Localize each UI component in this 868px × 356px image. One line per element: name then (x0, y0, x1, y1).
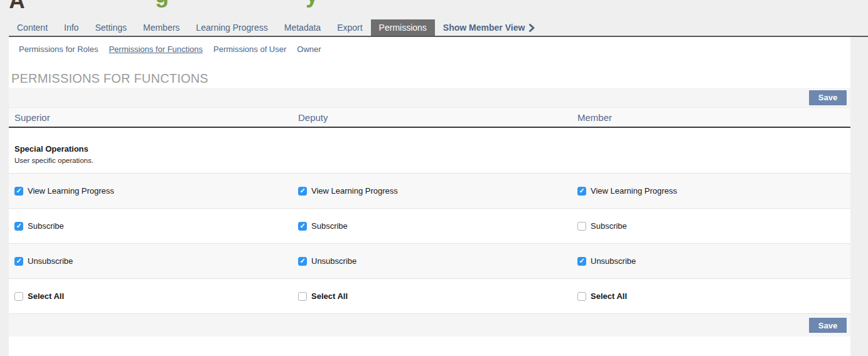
checkbox-view-learning-progress-deputy[interactable] (298, 187, 307, 196)
checkbox-label-view-learning-progress-member: View Learning Progress (591, 186, 677, 196)
subtab-permissions-for-roles[interactable]: Permissions for Roles (19, 45, 98, 54)
cell-unsubscribe-deputy: Unsubscribe (292, 256, 572, 266)
cell-view-learning-progress-superior: View Learning Progress (9, 186, 292, 196)
title-fragment-g: g (155, 0, 169, 6)
tab-bar: ContentInfoSettingsMembersLearning Progr… (9, 19, 868, 37)
save-button-bottom[interactable]: Save (809, 318, 847, 333)
cell-subscribe-deputy: Subscribe (292, 221, 572, 231)
cell-select-all-member: Select All (572, 291, 850, 301)
cell-unsubscribe-member: Unsubscribe (572, 256, 850, 266)
column-header-member: Member (572, 112, 850, 123)
bottom-toolbar: Save (9, 314, 850, 337)
checkbox-label-unsubscribe-deputy: Unsubscribe (311, 256, 356, 266)
checkbox-view-learning-progress-member[interactable] (577, 187, 586, 196)
checkbox-select-all-superior[interactable] (14, 292, 23, 301)
title-fragment-A: A (9, 0, 25, 8)
column-header-superior: Superior (9, 112, 292, 123)
checkbox-unsubscribe-member[interactable] (577, 257, 586, 266)
permission-row-unsubscribe: UnsubscribeUnsubscribeUnsubscribe (9, 244, 850, 279)
tab-permissions[interactable]: Permissions (371, 19, 435, 36)
group-description: User specific operations. (14, 157, 845, 164)
checkbox-label-view-learning-progress-deputy: View Learning Progress (311, 186, 398, 196)
tab-content[interactable]: Content (9, 19, 56, 36)
cell-view-learning-progress-deputy: View Learning Progress (292, 186, 572, 196)
top-toolbar: Save (9, 88, 850, 108)
checkbox-subscribe-member[interactable] (577, 222, 586, 231)
checkbox-label-subscribe-superior: Subscribe (28, 221, 64, 231)
permissions-table: Save Superior Deputy Member Special Oper… (9, 88, 850, 337)
cell-subscribe-superior: Subscribe (9, 221, 292, 231)
permission-row-view-learning-progress: View Learning ProgressView Learning Prog… (9, 174, 850, 209)
subtab-permissions-for-functions[interactable]: Permissions for Functions (109, 45, 203, 54)
checkbox-subscribe-superior[interactable] (14, 222, 23, 231)
cell-subscribe-member: Subscribe (572, 221, 850, 231)
permission-row-select-all: Select AllSelect AllSelect All (9, 279, 850, 314)
subtab-bar: Permissions for RolesPermissions for Fun… (19, 42, 321, 56)
checkbox-subscribe-deputy[interactable] (298, 222, 307, 231)
subtab-owner[interactable]: Owner (297, 45, 321, 54)
tab-members[interactable]: Members (135, 19, 188, 36)
checkbox-label-subscribe-member: Subscribe (591, 221, 627, 231)
tab-settings[interactable]: Settings (87, 19, 135, 36)
group-title: Special Operations (14, 144, 845, 154)
checkbox-label-select-all-member: Select All (591, 291, 627, 301)
cropped-page-title: Agy (0, 0, 868, 8)
checkbox-select-all-deputy[interactable] (298, 292, 307, 301)
checkbox-unsubscribe-superior[interactable] (14, 257, 23, 266)
checkbox-label-unsubscribe-member: Unsubscribe (591, 256, 636, 266)
save-button-top[interactable]: Save (809, 90, 847, 105)
checkbox-label-unsubscribe-superior: Unsubscribe (28, 256, 73, 266)
checkbox-select-all-member[interactable] (577, 292, 586, 301)
checkbox-label-subscribe-deputy: Subscribe (311, 221, 348, 231)
checkbox-label-view-learning-progress-superior: View Learning Progress (28, 186, 114, 196)
chevron-right-icon (529, 24, 535, 32)
checkbox-unsubscribe-deputy[interactable] (298, 257, 307, 266)
title-fragment-y: y (306, 0, 318, 6)
table-header-row: Superior Deputy Member (9, 108, 850, 128)
show-member-view-label: Show Member View (443, 23, 525, 33)
tab-metadata[interactable]: Metadata (276, 19, 329, 36)
subtab-permissions-of-user[interactable]: Permissions of User (213, 45, 286, 54)
cell-select-all-deputy: Select All (292, 291, 572, 301)
checkbox-label-select-all-deputy: Select All (311, 291, 348, 301)
cell-unsubscribe-superior: Unsubscribe (9, 256, 292, 266)
column-header-deputy: Deputy (292, 112, 572, 123)
show-member-view-link[interactable]: Show Member View (435, 19, 543, 36)
tab-learning-progress[interactable]: Learning Progress (188, 19, 276, 36)
content-panel: Permissions for RolesPermissions for Fun… (9, 37, 850, 356)
tab-info[interactable]: Info (56, 19, 87, 36)
checkbox-view-learning-progress-superior[interactable] (14, 187, 23, 196)
operations-group-header: Special Operations User specific operati… (9, 128, 850, 174)
permission-row-subscribe: SubscribeSubscribeSubscribe (9, 209, 850, 244)
permission-rows: View Learning ProgressView Learning Prog… (9, 174, 850, 314)
page-title: PERMISSIONS FOR FUNCTIONS (11, 71, 208, 86)
checkbox-label-select-all-superior: Select All (28, 291, 64, 301)
cell-view-learning-progress-member: View Learning Progress (572, 186, 850, 196)
tab-export[interactable]: Export (329, 19, 370, 36)
cell-select-all-superior: Select All (9, 291, 292, 301)
